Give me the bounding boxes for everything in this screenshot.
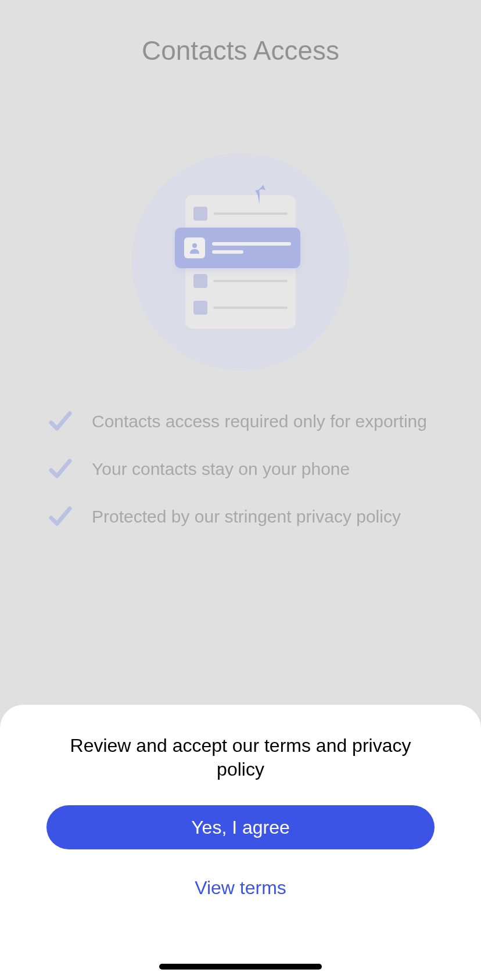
check-icon [46,455,74,483]
contact-row-graphic [193,274,288,288]
contact-details-lines [212,242,291,254]
feature-item: Protected by our stringent privacy polic… [46,503,435,531]
feature-item: Your contacts stay on your phone [46,455,435,483]
text-line-graphic [212,242,291,246]
check-icon [46,503,74,531]
text-line-graphic [212,250,243,254]
avatar-placeholder-icon [193,207,207,221]
check-icon [46,408,74,435]
agree-button[interactable]: Yes, I agree [46,805,435,849]
selected-contact-card [175,228,300,268]
sheet-title: Review and accept our terms and privacy … [46,734,435,782]
terms-bottom-sheet: Review and accept our terms and privacy … [0,705,481,980]
avatar-placeholder-icon [193,274,207,288]
contacts-illustration [132,153,349,370]
export-arrow-icon [250,182,268,206]
contact-list-graphic [185,195,296,329]
contact-row-graphic [193,207,288,221]
text-line-graphic [213,212,288,215]
home-indicator[interactable] [159,964,322,970]
features-list: Contacts access required only for export… [0,408,481,550]
avatar-placeholder-icon [193,301,207,315]
page-title: Contacts Access [142,35,339,66]
view-terms-link[interactable]: View terms [195,877,286,899]
feature-text: Contacts access required only for export… [92,412,427,431]
text-line-graphic [213,307,288,309]
feature-item: Contacts access required only for export… [46,408,435,435]
feature-text: Your contacts stay on your phone [92,459,350,479]
feature-text: Protected by our stringent privacy polic… [92,507,401,527]
user-avatar-icon [184,237,205,258]
contact-row-graphic [193,301,288,315]
text-line-graphic [213,280,288,282]
svg-point-0 [192,243,197,248]
